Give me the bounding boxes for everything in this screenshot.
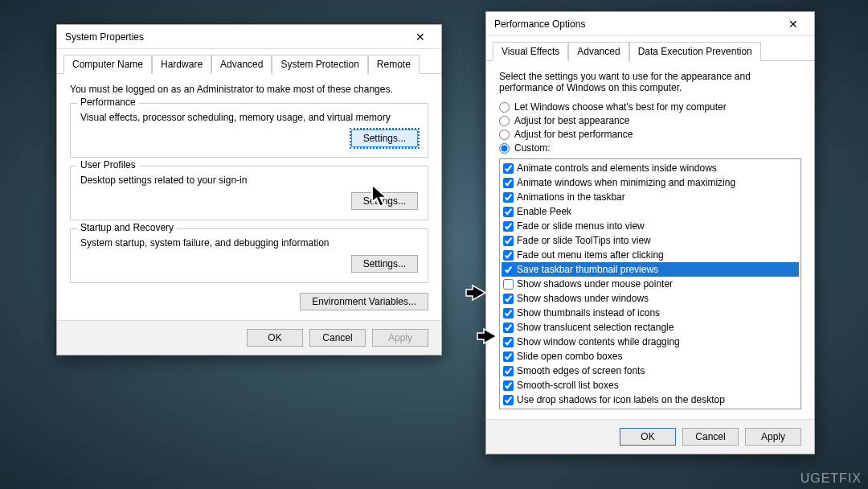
visual-effect-checkbox[interactable] [503, 178, 514, 188]
visual-effect-item[interactable]: Fade out menu items after clicking [502, 248, 799, 262]
visual-effect-label: Animate windows when minimizing and maxi… [517, 175, 735, 190]
tab-hardware[interactable]: Hardware [152, 55, 211, 74]
group-startup-recovery-desc: System startup, system failure, and debu… [80, 237, 418, 249]
perfopts-intro: Select the settings you want to use for … [499, 71, 801, 93]
group-user-profiles-desc: Desktop settings related to your sign-in [80, 175, 418, 186]
visual-effect-item[interactable]: Slide open combo boxes [502, 349, 799, 364]
radio-best-appearance[interactable]: Adjust for best appearance [499, 115, 801, 126]
perfopts-ok-button[interactable]: OK [620, 428, 676, 446]
visual-effect-item[interactable]: Smooth-scroll list boxes [502, 378, 799, 392]
visual-effect-checkbox[interactable] [503, 207, 514, 217]
visual-effect-checkbox[interactable] [503, 294, 514, 304]
system-properties-title: System Properties [65, 31, 144, 43]
system-properties-window: System Properties ✕ Computer Name Hardwa… [56, 24, 442, 355]
visual-effect-label: Animate controls and elements inside win… [517, 161, 717, 175]
radio-custom[interactable]: Custom: [499, 142, 801, 154]
visual-effect-label: Show window contents while dragging [517, 335, 680, 349]
visual-effect-item[interactable]: Fade or slide ToolTips into view [502, 233, 799, 248]
visual-effect-item[interactable]: Show shadows under mouse pointer [502, 277, 799, 291]
tab-remote[interactable]: Remote [368, 55, 420, 74]
visual-effect-item[interactable]: Show shadows under windows [502, 291, 799, 306]
sysprops-cancel-button[interactable]: Cancel [309, 329, 366, 347]
visual-effect-label: Show translucent selection rectangle [517, 320, 674, 335]
perfopts-content: Select the settings you want to use for … [486, 61, 814, 419]
perfopts-apply-button[interactable]: Apply [745, 428, 801, 446]
visual-effect-checkbox[interactable] [503, 236, 514, 246]
visual-effect-label: Slide open combo boxes [517, 349, 622, 364]
visual-effect-checkbox[interactable] [503, 308, 514, 318]
tab-perf-advanced[interactable]: Advanced [568, 42, 628, 61]
radio-best-performance-label: Adjust for best performance [514, 129, 633, 140]
perfopts-cancel-button[interactable]: Cancel [682, 428, 739, 446]
user-profiles-settings-button[interactable]: Settings... [351, 192, 418, 210]
visual-effect-label: Fade or slide menus into view [517, 219, 645, 233]
environment-variables-button[interactable]: Environment Variables... [300, 293, 428, 310]
group-performance-desc: Visual effects, processor scheduling, me… [80, 112, 418, 123]
radio-best-performance-input[interactable] [499, 129, 510, 140]
close-icon[interactable]: ✕ [777, 14, 809, 34]
radio-best-appearance-label: Adjust for best appearance [514, 115, 629, 126]
visual-effect-checkbox[interactable] [503, 366, 514, 376]
tab-system-protection[interactable]: System Protection [272, 55, 367, 74]
radio-best-performance[interactable]: Adjust for best performance [499, 129, 801, 140]
watermark: UGETFIX [800, 471, 862, 486]
visual-effect-label: Show thumbnails instead of icons [517, 306, 660, 320]
radio-best-appearance-input[interactable] [499, 116, 510, 126]
group-startup-recovery-legend: Startup and Recovery [77, 222, 177, 233]
visual-effect-label: Fade or slide ToolTips into view [517, 233, 651, 248]
radio-let-windows-input[interactable] [499, 102, 510, 113]
perfopts-titlebar: Performance Options ✕ [486, 12, 814, 36]
visual-effect-label: Enable Peek [517, 204, 571, 219]
system-properties-titlebar: System Properties ✕ [57, 25, 441, 49]
visual-effect-checkbox[interactable] [503, 250, 514, 261]
visual-effect-label: Animations in the taskbar [517, 190, 625, 204]
visual-effect-checkbox[interactable] [503, 265, 514, 275]
radio-custom-input[interactable] [499, 143, 510, 154]
tab-dep[interactable]: Data Execution Prevention [629, 42, 761, 61]
visual-effect-item[interactable]: Save taskbar thumbnail previews [502, 262, 799, 277]
visual-effect-item[interactable]: Animations in the taskbar [502, 190, 799, 204]
performance-options-window: Performance Options ✕ Visual Effects Adv… [485, 11, 815, 454]
visual-effect-checkbox[interactable] [503, 163, 514, 174]
sysprops-ok-button[interactable]: OK [247, 329, 303, 347]
visual-effect-label: Fade out menu items after clicking [517, 248, 664, 262]
visual-effect-label: Show shadows under windows [517, 291, 649, 306]
group-performance: Performance Visual effects, processor sc… [70, 103, 428, 158]
close-icon[interactable]: ✕ [404, 27, 436, 47]
visual-effect-item[interactable]: Enable Peek [502, 204, 799, 219]
visual-effect-checkbox[interactable] [503, 221, 514, 232]
visual-effect-item[interactable]: Animate controls and elements inside win… [502, 161, 799, 175]
visual-effect-item[interactable]: Animate windows when minimizing and maxi… [502, 175, 799, 190]
visual-effect-checkbox[interactable] [503, 380, 514, 391]
radio-let-windows-label: Let Windows choose what's best for my co… [514, 101, 727, 113]
tab-visual-effects[interactable]: Visual Effects [493, 42, 568, 61]
visual-effect-item[interactable]: Fade or slide menus into view [502, 219, 799, 233]
visual-effect-checkbox[interactable] [503, 192, 514, 203]
visual-effect-label: Save taskbar thumbnail previews [517, 262, 658, 277]
group-user-profiles: User Profiles Desktop settings related t… [70, 166, 428, 220]
visual-effect-item[interactable]: Smooth edges of screen fonts [502, 364, 799, 378]
visual-effect-item[interactable]: Show thumbnails instead of icons [502, 306, 799, 320]
performance-settings-button[interactable]: Settings... [351, 129, 418, 147]
visual-effect-checkbox[interactable] [503, 395, 514, 405]
startup-recovery-settings-button[interactable]: Settings... [351, 255, 418, 273]
visual-effect-checkbox[interactable] [503, 351, 514, 362]
visual-effect-label: Smooth-scroll list boxes [517, 378, 619, 392]
visual-effect-checkbox[interactable] [503, 279, 514, 290]
visual-effect-item[interactable]: Use drop shadows for icon labels on the … [502, 392, 799, 407]
visual-effects-list[interactable]: Animate controls and elements inside win… [499, 158, 801, 409]
visual-effect-checkbox[interactable] [503, 337, 514, 347]
group-user-profiles-legend: User Profiles [77, 159, 139, 171]
visual-effect-item[interactable]: Show window contents while dragging [502, 335, 799, 349]
perfopts-tabbar: Visual Effects Advanced Data Execution P… [486, 36, 814, 61]
visual-effect-label: Use drop shadows for icon labels on the … [517, 392, 725, 407]
tab-advanced[interactable]: Advanced [211, 55, 272, 74]
visual-effect-label: Smooth edges of screen fonts [517, 364, 645, 378]
svg-marker-0 [466, 286, 485, 300]
radio-custom-label: Custom: [514, 142, 551, 154]
visual-effect-checkbox[interactable] [503, 323, 514, 333]
visual-effect-item[interactable]: Show translucent selection rectangle [502, 320, 799, 335]
sysprops-apply-button[interactable]: Apply [372, 329, 428, 347]
tab-computer-name[interactable]: Computer Name [63, 55, 152, 74]
radio-let-windows[interactable]: Let Windows choose what's best for my co… [499, 101, 801, 113]
